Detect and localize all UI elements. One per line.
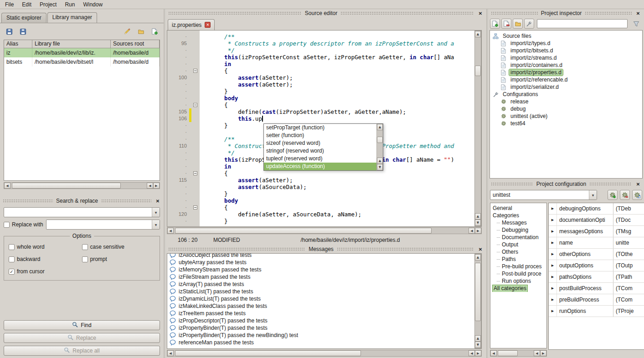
add-library-button[interactable] xyxy=(149,26,160,37)
fold-margin[interactable] xyxy=(191,143,200,149)
property-row-otheroptions[interactable]: ▶otherOptions(TOthe xyxy=(549,249,644,260)
remove-config-button[interactable] xyxy=(620,190,630,200)
completion-item-selected[interactable]: updateAccess (function) xyxy=(264,163,376,170)
categories-hscrollbar-left-arrow-icon[interactable]: ◀ xyxy=(490,350,497,356)
fold-margin[interactable] xyxy=(191,177,200,184)
fold-collapse-icon[interactable] xyxy=(193,205,197,210)
fold-margin[interactable] xyxy=(191,67,200,74)
editor-vscrollbar[interactable]: ▲▲▼ xyxy=(474,31,481,226)
checkbox-case-sensitive[interactable]: case sensitive xyxy=(82,244,155,250)
fold-margin[interactable] xyxy=(191,54,200,61)
editor-hscrollbar-left-arrow-icon-2[interactable]: ◀ xyxy=(469,228,475,234)
category-item-paths[interactable]: Paths xyxy=(490,256,546,263)
messages-vscrollbar-up-arrow-icon[interactable]: ▲ xyxy=(475,254,481,261)
fold-margin[interactable] xyxy=(191,170,200,177)
tab-library-manager[interactable]: Library manager xyxy=(47,12,97,23)
replace-with-checkbox[interactable]: Replace with xyxy=(4,221,43,228)
config-item-test64[interactable]: test64 xyxy=(490,120,642,127)
fold-margin[interactable] xyxy=(191,136,200,143)
checkbox-whole-word[interactable]: whole word xyxy=(9,244,82,250)
completion-item[interactable]: sizeof (reserved word) xyxy=(264,139,376,147)
message-item[interactable]: izPropertyBinder(T) passed the tests xyxy=(167,324,474,332)
source-editor-titlebar[interactable]: Source editor ✕ xyxy=(165,9,486,17)
messages-hscrollbar-left-arrow-icon-2[interactable]: ◀ xyxy=(469,350,475,356)
search-term-combo[interactable]: ▼ xyxy=(4,207,160,217)
messages-titlebar[interactable]: Messages ✕ xyxy=(165,245,486,253)
editor-tab-close-button[interactable]: ✕ xyxy=(205,22,211,28)
project-inspector-close-button[interactable]: ✕ xyxy=(635,11,641,16)
replace-all-button[interactable]: Replace all xyxy=(4,346,160,356)
fold-margin[interactable] xyxy=(191,184,200,190)
editor-vscrollbar-thumb[interactable] xyxy=(475,66,481,76)
save-library-list-button[interactable] xyxy=(17,26,28,37)
categories-hscrollbar[interactable]: ◀◀▶ xyxy=(490,350,547,357)
property-row-runoptions[interactable]: ▶runOptions(TProje xyxy=(549,306,644,317)
fold-margin[interactable] xyxy=(191,204,200,211)
category-item-debugging[interactable]: Debugging xyxy=(490,226,546,234)
messages-vscrollbar-thumb[interactable] xyxy=(475,263,481,321)
source-editor-close-button[interactable]: ✕ xyxy=(477,11,484,16)
completion-item[interactable]: setter (function) xyxy=(264,132,376,139)
completion-item[interactable]: tupleof (reserved word) xyxy=(264,155,376,163)
editor-vscrollbar-down-arrow-icon[interactable]: ▼ xyxy=(475,220,481,226)
completion-scrollbar-thumb[interactable] xyxy=(377,137,383,143)
category-item-run-options[interactable]: Run options xyxy=(490,277,546,285)
find-button[interactable]: Find xyxy=(4,320,160,330)
add-config-button[interactable] xyxy=(608,190,618,200)
remove-source-button[interactable] xyxy=(501,19,511,29)
tab-static-explorer[interactable]: Static explorer xyxy=(1,13,46,23)
category-item-documentation[interactable]: Documentation xyxy=(490,234,546,241)
editor-tab-iz-properties[interactable]: iz.properties ✕ xyxy=(168,19,215,30)
config-item-unittest-active[interactable]: unittest (active) xyxy=(490,113,642,120)
configuration-combo[interactable]: unittest ▼ xyxy=(490,190,597,200)
message-item[interactable]: izAllocObject passed the tests xyxy=(167,253,474,259)
fold-margin[interactable] xyxy=(191,197,200,204)
search-replace-titlebar[interactable]: Search & replace ✕ xyxy=(0,197,164,205)
config-item-release[interactable]: release xyxy=(490,98,642,105)
completion-scrollbar-up-arrow-icon[interactable]: ▲ xyxy=(377,124,383,130)
project-inspector-titlebar[interactable]: Project inspector ✕ xyxy=(488,9,644,17)
messages-hscrollbar[interactable]: ◀◀▶ xyxy=(167,350,482,357)
categories-hscrollbar-right-arrow-icon[interactable]: ▶ xyxy=(540,350,546,356)
fold-collapse-icon[interactable] xyxy=(193,171,197,175)
expand-arrow-icon[interactable]: ▶ xyxy=(549,283,557,294)
categories-hscrollbar-left-arrow-icon-2[interactable]: ◀ xyxy=(534,350,540,356)
checkbox-from-cursor[interactable]: ✓from cursor xyxy=(9,268,82,275)
property-row-outputoptions[interactable]: ▶outputOptions(TOutp xyxy=(549,260,644,271)
completion-scrollbar-up-arrow-icon-2[interactable]: ▲ xyxy=(377,158,383,164)
filter-icon[interactable] xyxy=(630,19,642,29)
property-row-debugingoptions[interactable]: ▶debugingOptions(TDeb xyxy=(549,203,644,215)
categories-hscrollbar-track[interactable] xyxy=(497,350,534,356)
messages-vscrollbar-track[interactable] xyxy=(475,261,481,335)
fold-margin[interactable] xyxy=(191,74,200,81)
categories-hscrollbar-thumb[interactable] xyxy=(498,350,518,356)
replace-term-input[interactable] xyxy=(46,220,152,229)
library-column-library-file[interactable]: Library file xyxy=(32,40,111,48)
tree-item-import-iz-referencable-d[interactable]: import/iz/referencable.d xyxy=(490,76,642,83)
fold-margin[interactable] xyxy=(191,102,200,108)
replace-button[interactable]: Replace xyxy=(4,333,160,343)
clone-config-button[interactable] xyxy=(632,190,642,200)
expand-arrow-icon[interactable]: ▶ xyxy=(549,271,557,282)
open-library-list-button[interactable] xyxy=(4,26,15,37)
fold-margin[interactable] xyxy=(191,47,200,54)
fold-margin[interactable] xyxy=(191,108,200,115)
inspector-filter-input[interactable] xyxy=(537,19,628,28)
message-item[interactable]: izArray(T) passed the tests xyxy=(167,281,474,288)
message-item[interactable]: ubyteArray passed the tests xyxy=(167,259,474,266)
fold-margin[interactable] xyxy=(191,218,200,225)
messages-vscrollbar-up-arrow-icon-2[interactable]: ▲ xyxy=(475,335,481,342)
library-hscrollbar-left-arrow-icon-2[interactable]: ◀ xyxy=(147,183,153,189)
menu-item-project[interactable]: Project xyxy=(36,0,61,9)
expand-arrow-icon[interactable]: ▶ xyxy=(549,237,557,248)
expand-arrow-icon[interactable]: ▶ xyxy=(549,203,557,214)
tree-item-import-iz-properties-d[interactable]: import/iz/properties.d xyxy=(490,69,642,76)
search-term-input[interactable] xyxy=(4,208,152,217)
category-item-messages[interactable]: Messages xyxy=(490,219,546,226)
fold-margin[interactable] xyxy=(191,149,200,156)
completion-scrollbar-track[interactable] xyxy=(377,130,383,158)
completion-scrollbar-down-arrow-icon[interactable]: ▼ xyxy=(377,164,383,170)
add-source-button[interactable] xyxy=(490,19,500,29)
fold-margin[interactable] xyxy=(191,95,200,102)
select-library-file-button[interactable] xyxy=(135,26,146,37)
